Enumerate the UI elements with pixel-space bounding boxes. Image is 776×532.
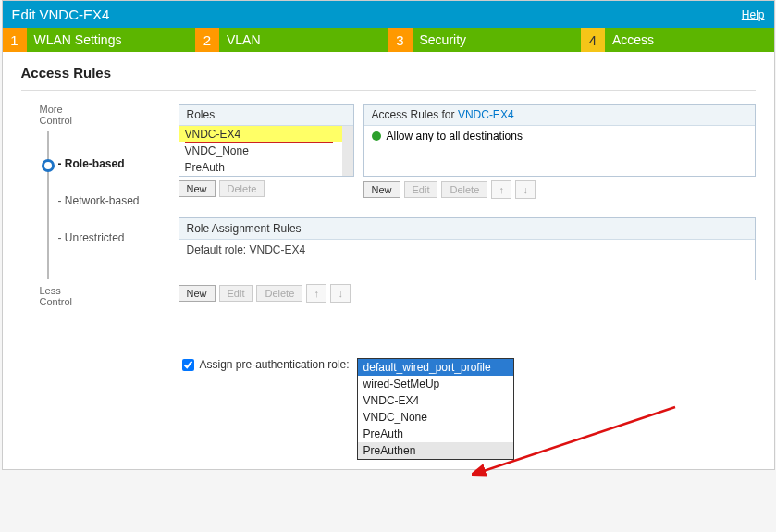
tab-wlan-settings[interactable]: 1WLAN Settings: [3, 28, 196, 52]
preauth-checkbox-label[interactable]: Assign pre-authentication role:: [182, 358, 350, 371]
slider-label-less: Less Control: [40, 285, 72, 307]
rule-line[interactable]: Allow any to all destinations: [364, 126, 755, 176]
tab-number: 3: [388, 28, 413, 52]
wizard-tabs: 1WLAN Settings 2VLAN 3Security 4Access: [3, 28, 774, 52]
roles-list[interactable]: VNDC-EX4 VNDC_None PreAuth ∧ ∨: [179, 126, 353, 176]
rules-header: Access Rules for VNDC-EX4: [364, 105, 755, 126]
assignment-buttons: New Edit Delete ↑ ↓: [179, 284, 756, 303]
role-item[interactable]: PreAuth: [179, 159, 342, 176]
assignment-new-button[interactable]: New: [179, 285, 216, 302]
preauth-label-text: Assign pre-authentication role:: [200, 358, 350, 371]
slider-thumb[interactable]: [42, 159, 55, 172]
rules-delete-button: Delete: [441, 181, 487, 198]
content-area: Access Rules More Control Role-based Net…: [3, 52, 774, 469]
roles-delete-button: Delete: [219, 180, 265, 197]
dropdown-item[interactable]: PreAuth: [358, 426, 513, 442]
tab-security[interactable]: 3Security: [388, 28, 582, 52]
assignment-body: Default role: VNDC-EX4: [179, 240, 755, 280]
rules-header-prefix: Access Rules for: [372, 108, 458, 121]
tab-label: Access: [612, 32, 654, 47]
scroll-up-icon[interactable]: ∧: [342, 126, 353, 137]
assignment-header: Role Assignment Rules: [179, 218, 755, 240]
assignment-delete-button: Delete: [256, 285, 302, 302]
tab-label: Security: [420, 32, 467, 47]
edit-dialog: Edit VNDC-EX4 Help 1WLAN Settings 2VLAN …: [2, 0, 775, 470]
main-area: More Control Role-based Network-based Un…: [21, 104, 756, 460]
tab-number: 2: [195, 28, 219, 52]
tab-label: WLAN Settings: [34, 32, 122, 47]
roles-buttons: New Delete: [179, 180, 354, 197]
roles-panel: Roles VNDC-EX4 VNDC_None PreAuth ∧ ∨: [179, 104, 354, 177]
dropdown-item[interactable]: VNDC-EX4: [358, 392, 513, 409]
dropdown-item[interactable]: VNDC_None: [358, 409, 513, 426]
help-link[interactable]: Help: [742, 8, 765, 21]
tab-access[interactable]: 4Access: [581, 28, 774, 52]
slider-opt-unrestricted[interactable]: Unrestricted: [58, 231, 140, 244]
role-assignment-panel: Role Assignment Rules Default role: VNDC…: [179, 217, 756, 280]
window-title: Edit VNDC-EX4: [12, 6, 110, 22]
dropdown-item[interactable]: wired-SetMeUp: [358, 376, 513, 392]
move-down-icon: ↓: [515, 180, 536, 199]
tab-label: VLAN: [227, 32, 261, 47]
divider: [21, 90, 756, 91]
panels: Roles VNDC-EX4 VNDC_None PreAuth ∧ ∨ New: [179, 104, 756, 460]
tab-number: 4: [581, 28, 605, 52]
slider-opt-role-based[interactable]: Role-based: [58, 157, 140, 170]
preauth-row: Assign pre-authentication role: default_…: [182, 358, 756, 460]
move-up-icon: ↑: [306, 284, 326, 303]
rules-new-button[interactable]: New: [363, 181, 400, 198]
control-slider: More Control Role-based Network-based Un…: [21, 104, 179, 460]
roles-new-button[interactable]: New: [179, 180, 216, 197]
role-item[interactable]: VNDC_None: [179, 142, 342, 159]
access-rules-panel: Access Rules for VNDC-EX4 Allow any to a…: [363, 104, 756, 177]
section-title: Access Rules: [21, 65, 756, 80]
preauth-checkbox[interactable]: [182, 359, 194, 371]
dropdown-item[interactable]: PreAuthen: [358, 442, 513, 459]
move-down-icon: ↓: [330, 284, 351, 303]
slider-opt-network-based[interactable]: Network-based: [58, 194, 140, 207]
move-up-icon: ↑: [491, 180, 511, 199]
titlebar: Edit VNDC-EX4 Help: [3, 1, 774, 28]
assignment-edit-button: Edit: [219, 285, 253, 302]
slider-label-more: More Control: [40, 104, 72, 126]
rules-column: Access Rules for VNDC-EX4 Allow any to a…: [363, 104, 756, 212]
tab-number: 1: [3, 28, 27, 52]
scroll-down-icon[interactable]: ∨: [342, 165, 353, 176]
rule-text: Allow any to all destinations: [387, 130, 523, 142]
rules-buttons: New Edit Delete ↑ ↓: [363, 180, 756, 199]
rules-edit-button: Edit: [404, 181, 438, 198]
role-item[interactable]: VNDC-EX4: [179, 126, 342, 142]
slider-track[interactable]: [47, 131, 49, 279]
roles-column: Roles VNDC-EX4 VNDC_None PreAuth ∧ ∨ New: [179, 104, 354, 212]
roles-header: Roles: [179, 105, 353, 126]
rules-header-link[interactable]: VNDC-EX4: [458, 108, 514, 121]
allow-icon: [372, 131, 381, 141]
tab-vlan[interactable]: 2VLAN: [195, 28, 388, 52]
dropdown-item[interactable]: default_wired_port_profile: [358, 359, 513, 376]
preauth-dropdown[interactable]: default_wired_port_profile wired-SetMeUp…: [357, 358, 514, 460]
slider-options: Role-based Network-based Unrestricted: [58, 157, 140, 268]
